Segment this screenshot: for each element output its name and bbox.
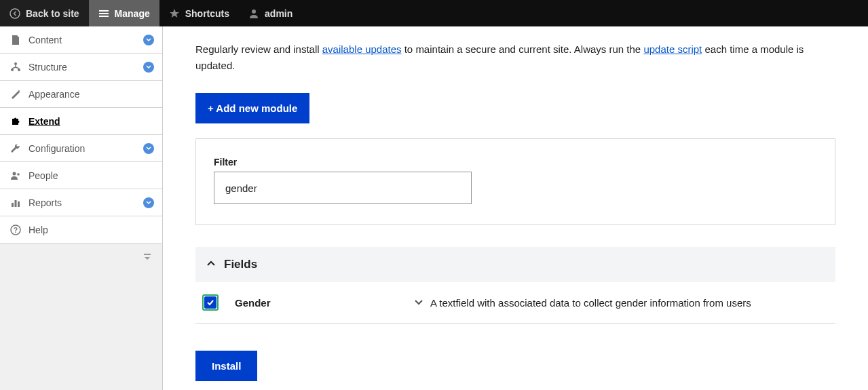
svg-point-0	[10, 9, 20, 18]
back-to-site-button[interactable]: Back to site	[0, 0, 89, 26]
back-arrow-icon	[10, 8, 20, 19]
svg-rect-3	[99, 16, 109, 17]
manage-label: Manage	[115, 8, 150, 19]
shortcuts-label: Shortcuts	[185, 8, 229, 19]
svg-rect-2	[99, 13, 109, 14]
user-label: admin	[265, 8, 293, 19]
back-to-site-label: Back to site	[26, 8, 79, 19]
svg-rect-1	[99, 10, 109, 12]
admin-toolbar: Back to site Manage Shortcuts admin	[0, 0, 868, 26]
user-icon	[248, 8, 259, 19]
manage-button[interactable]: Manage	[89, 0, 159, 26]
hamburger-icon	[98, 8, 109, 19]
svg-point-4	[252, 9, 256, 14]
user-menu-button[interactable]: admin	[239, 0, 302, 26]
shortcuts-button[interactable]: Shortcuts	[159, 0, 239, 26]
star-icon	[169, 8, 180, 19]
